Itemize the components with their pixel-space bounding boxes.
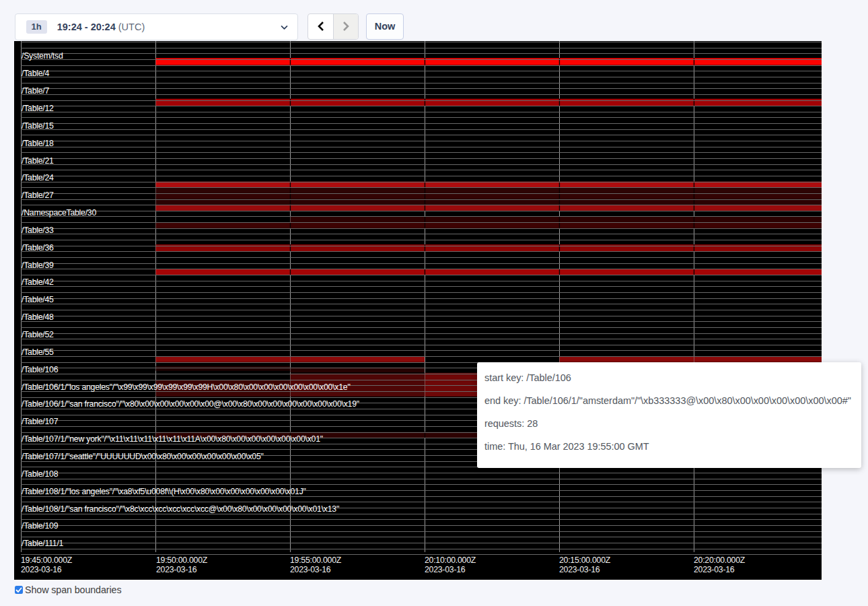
svg-text:/Table/15: /Table/15 <box>22 121 54 131</box>
svg-text:/Table/12: /Table/12 <box>22 104 54 113</box>
svg-text:20:15:00.000Z: 20:15:00.000Z <box>559 556 611 565</box>
svg-text:20:20:00.000Z: 20:20:00.000Z <box>694 556 746 565</box>
svg-text:2023-03-16: 2023-03-16 <box>425 565 466 574</box>
svg-text:/Table/42: /Table/42 <box>22 277 54 287</box>
svg-text:/Table/106: /Table/106 <box>22 365 59 374</box>
svg-text:/Table/107/1/"seattle"/"UUUUUU: /Table/107/1/"seattle"/"UUUUUUD\x00\x80\… <box>22 452 264 461</box>
svg-text:2023-03-16: 2023-03-16 <box>694 565 735 574</box>
svg-text:/Table/24: /Table/24 <box>22 173 54 182</box>
svg-text:/Table/33: /Table/33 <box>22 226 54 235</box>
svg-text:/Table/52: /Table/52 <box>22 330 54 339</box>
svg-text:/Table/106/1/"los angeles"/"\x: /Table/106/1/"los angeles"/"\x99\x99\x99… <box>22 382 351 392</box>
svg-text:/System/tsd: /System/tsd <box>22 51 63 61</box>
svg-text:/Table/55: /Table/55 <box>22 347 54 357</box>
svg-text:/Table/108/1/"san francisco"/": /Table/108/1/"san francisco"/"\x8c\xcc\x… <box>22 504 339 514</box>
svg-text:/Table/27: /Table/27 <box>22 191 54 200</box>
svg-text:/Table/18: /Table/18 <box>22 139 54 148</box>
svg-text:/NamespaceTable/30: /NamespaceTable/30 <box>22 208 96 217</box>
svg-text:/Table/39: /Table/39 <box>22 261 54 270</box>
svg-text:2023-03-16: 2023-03-16 <box>559 565 600 574</box>
svg-text:2023-03-16: 2023-03-16 <box>290 565 331 574</box>
svg-text:19:55:00.000Z: 19:55:00.000Z <box>290 556 342 565</box>
svg-text:/Table/108: /Table/108 <box>22 469 59 479</box>
svg-text:/Table/109: /Table/109 <box>22 521 59 531</box>
svg-text:/Table/45: /Table/45 <box>22 295 54 304</box>
svg-text:2023-03-16: 2023-03-16 <box>21 565 62 574</box>
svg-text:/Table/111/1: /Table/111/1 <box>22 539 64 548</box>
svg-text:19:50:00.000Z: 19:50:00.000Z <box>156 556 208 565</box>
svg-text:/Table/107: /Table/107 <box>22 417 59 426</box>
svg-text:/Table/106/1/"san francisco"/": /Table/106/1/"san francisco"/"\x80\x00\x… <box>22 399 359 409</box>
svg-text:2023-03-16: 2023-03-16 <box>156 565 197 574</box>
svg-text:/Table/48: /Table/48 <box>22 312 54 322</box>
svg-text:/Table/108/1/"los angeles"/"\x: /Table/108/1/"los angeles"/"\xa8\xf5\u00… <box>22 487 306 496</box>
svg-text:/Table/36: /Table/36 <box>22 243 54 252</box>
svg-text:/Table/7: /Table/7 <box>22 86 49 96</box>
svg-text:/Table/107/1/"new york"/"\x11\: /Table/107/1/"new york"/"\x11\x11\x11\x1… <box>22 434 323 444</box>
svg-text:19:45:00.000Z: 19:45:00.000Z <box>21 556 73 565</box>
svg-text:20:10:00.000Z: 20:10:00.000Z <box>425 556 476 565</box>
svg-text:/Table/4: /Table/4 <box>22 69 49 78</box>
svg-text:/Table/21: /Table/21 <box>22 156 54 166</box>
